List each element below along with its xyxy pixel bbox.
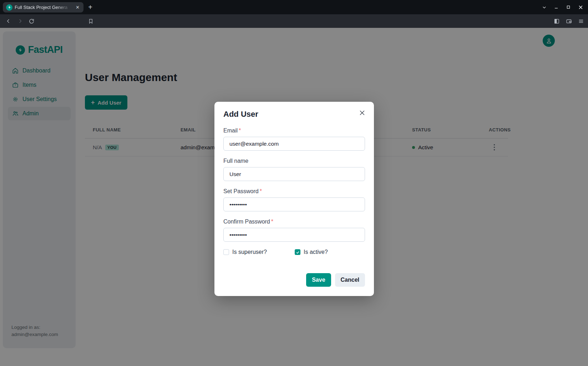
tab-close-icon[interactable]: ✕ (75, 4, 80, 10)
confirm-password-label: Confirm Password* (223, 219, 365, 225)
reload-button[interactable] (26, 15, 37, 27)
full-name-label: Full name (223, 158, 365, 164)
back-button[interactable] (3, 15, 14, 27)
wallet-icon[interactable] (563, 15, 574, 27)
email-label: Email* (223, 127, 365, 134)
close-window-button[interactable] (574, 0, 587, 14)
is-active-checkbox-group[interactable]: Is active? (295, 249, 328, 255)
full-name-field-group: Full name (223, 158, 365, 181)
set-password-field-group: Set Password* (223, 188, 365, 211)
email-field-group: Email* (223, 127, 365, 151)
menu-hamburger-icon[interactable] (575, 15, 587, 27)
required-asterisk: * (271, 219, 273, 225)
is-superuser-label: Is superuser? (232, 249, 267, 255)
maximize-button[interactable] (562, 0, 574, 14)
modal-title: Add User (223, 110, 365, 119)
add-user-modal: Add User Email* Full name Set Password* … (214, 102, 374, 296)
browser-window: Full Stack Project Genera ✕ + (0, 0, 588, 366)
checkbox-row: Is superuser? Is active? (223, 249, 365, 255)
required-asterisk: * (260, 188, 262, 194)
checkmark-icon (296, 250, 300, 254)
tab-search-chevron-icon[interactable] (538, 0, 550, 14)
confirm-password-field-group: Confirm Password* (223, 219, 365, 242)
tab-title: Full Stack Project Genera (15, 5, 73, 10)
sidebar-panel-icon[interactable] (551, 15, 562, 27)
set-password-label: Set Password* (223, 188, 365, 195)
save-button[interactable]: Save (306, 273, 331, 287)
bookmark-icon[interactable] (85, 15, 96, 27)
modal-footer: Save Cancel (223, 273, 365, 287)
full-name-field[interactable] (223, 167, 365, 181)
is-active-checkbox[interactable] (295, 249, 300, 255)
browser-tab[interactable]: Full Stack Project Genera ✕ (3, 2, 83, 12)
tab-strip: Full Stack Project Genera ✕ + (0, 0, 588, 14)
page-viewport: FastAPI Dashboard Items (0, 28, 588, 366)
is-superuser-checkbox[interactable] (223, 249, 229, 255)
window-controls (538, 0, 587, 14)
new-tab-button[interactable]: + (86, 2, 95, 12)
required-asterisk: * (239, 127, 241, 134)
forward-button[interactable] (14, 15, 26, 27)
is-superuser-checkbox-group[interactable]: Is superuser? (223, 249, 295, 255)
email-field[interactable] (223, 137, 365, 151)
fastapi-favicon-icon (6, 4, 12, 11)
confirm-password-field[interactable] (223, 228, 365, 242)
is-active-label: Is active? (304, 249, 328, 255)
cancel-button[interactable]: Cancel (335, 273, 365, 287)
set-password-field[interactable] (223, 197, 365, 211)
minimize-button[interactable] (550, 0, 562, 14)
modal-close-icon[interactable] (357, 108, 367, 118)
browser-toolbar: localhost/admin 1 (0, 14, 588, 28)
